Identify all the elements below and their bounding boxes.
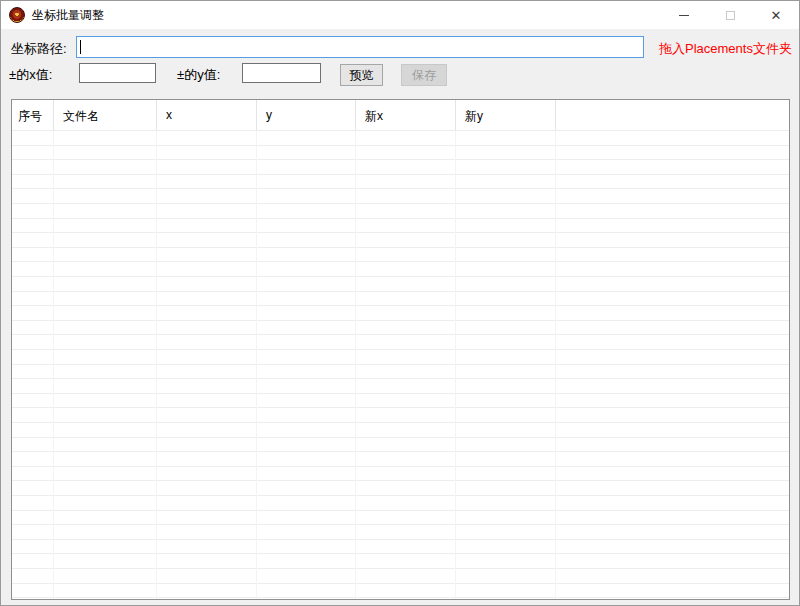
- y-offset-label: ±的y值:: [177, 66, 220, 84]
- drop-hint-text: 拖入Placements文件夹: [659, 40, 792, 58]
- column-header-new-y[interactable]: 新y: [456, 100, 556, 130]
- close-icon: ✕: [771, 9, 782, 22]
- x-offset-input[interactable]: [79, 63, 156, 83]
- column-header-index[interactable]: 序号: [12, 100, 54, 130]
- path-label: 坐标路径:: [11, 40, 67, 58]
- minimize-button[interactable]: [661, 1, 707, 29]
- column-header-x[interactable]: x: [157, 100, 257, 130]
- text-caret: [80, 40, 81, 54]
- table-header-row: 序号 文件名 x y 新x 新y: [12, 100, 789, 131]
- y-offset-input[interactable]: [242, 63, 321, 83]
- column-divider: [256, 131, 257, 599]
- column-divider: [53, 131, 54, 599]
- window-controls: ✕: [661, 1, 799, 29]
- title-bar: 坐标批量调整 ✕: [1, 1, 799, 29]
- window-title: 坐标批量调整: [32, 7, 104, 24]
- column-header-spacer: [556, 100, 789, 130]
- x-offset-label: ±的x值:: [9, 66, 52, 84]
- column-divider: [555, 131, 556, 599]
- app-icon: [9, 7, 25, 23]
- column-divider: [455, 131, 456, 599]
- table-body-empty: [12, 131, 789, 599]
- path-input[interactable]: [76, 36, 644, 58]
- column-header-y[interactable]: y: [257, 100, 356, 130]
- column-header-new-x[interactable]: 新x: [356, 100, 456, 130]
- coordinates-table[interactable]: 序号 文件名 x y 新x 新y: [11, 99, 790, 600]
- preview-button[interactable]: 预览: [340, 64, 383, 86]
- save-button: 保存: [401, 64, 447, 86]
- app-window: 坐标批量调整 ✕ 坐标路径: 拖入Placements文件夹 ±的x值: ±的y…: [0, 0, 800, 606]
- maximize-icon: [726, 11, 735, 20]
- minimize-icon: [679, 15, 689, 16]
- close-button[interactable]: ✕: [753, 1, 799, 29]
- column-divider: [156, 131, 157, 599]
- column-divider: [355, 131, 356, 599]
- maximize-button[interactable]: [707, 1, 753, 29]
- column-header-filename[interactable]: 文件名: [54, 100, 157, 130]
